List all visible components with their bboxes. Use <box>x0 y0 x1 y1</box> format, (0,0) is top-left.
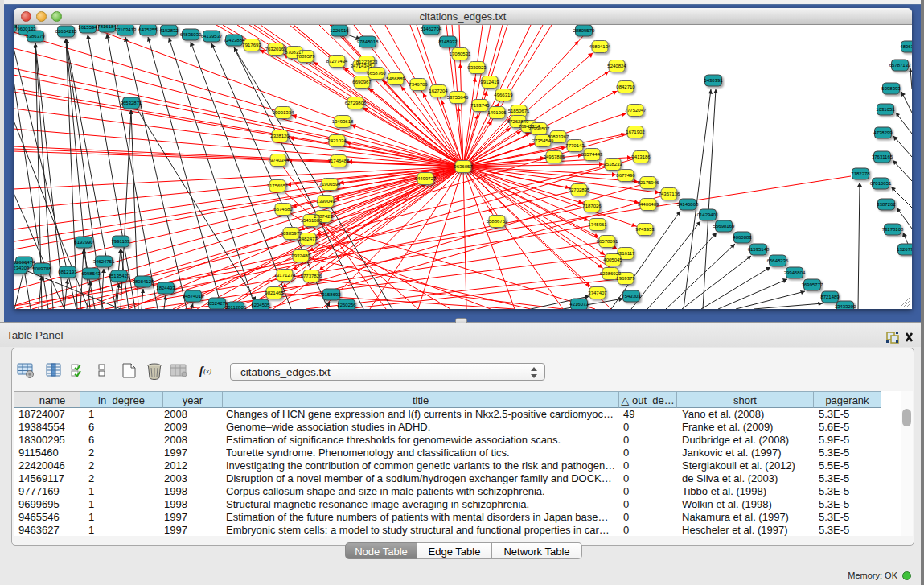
svg-text:15451680: 15451680 <box>301 218 322 223</box>
svg-text:1031051: 1031051 <box>876 107 895 112</box>
svg-text:74367136: 74367136 <box>659 192 680 196</box>
svg-text:9743953: 9743953 <box>635 227 655 232</box>
svg-text:5466889: 5466889 <box>386 76 405 81</box>
svg-text:7193745: 7193745 <box>470 103 490 108</box>
svg-text:54145868: 54145868 <box>677 202 699 207</box>
svg-text:8148932: 8148932 <box>438 39 458 44</box>
svg-text:55886753: 55886753 <box>487 219 508 224</box>
svg-text:7182278: 7182278 <box>851 171 870 176</box>
svg-text:0842710: 0842710 <box>616 84 635 89</box>
svg-text:13171274: 13171274 <box>274 273 296 278</box>
svg-text:7346706: 7346706 <box>409 82 428 87</box>
svg-text:(x): (x) <box>203 367 211 375</box>
svg-text:1326773: 1326773 <box>897 247 912 252</box>
svg-text:36995777: 36995777 <box>802 282 823 287</box>
svg-text:80112805: 80112805 <box>225 305 247 309</box>
svg-text:3747407: 3747407 <box>588 290 607 295</box>
svg-text:51850671: 51850671 <box>508 109 530 113</box>
svg-text:1399049: 1399049 <box>316 199 335 204</box>
svg-text:6998543: 6998543 <box>81 271 101 276</box>
svg-text:80831367: 80831367 <box>548 134 569 139</box>
svg-text:5430391: 5430391 <box>704 78 723 83</box>
svg-text:1615594: 1615594 <box>78 25 97 30</box>
svg-text:2421024: 2421024 <box>327 138 347 143</box>
svg-text:5240824: 5240824 <box>607 64 626 68</box>
svg-text:1226916: 1226916 <box>330 28 349 33</box>
svg-text:64139537: 64139537 <box>201 34 223 39</box>
svg-text:77752047: 77752047 <box>625 108 647 113</box>
svg-text:04499727: 04499727 <box>415 176 437 181</box>
svg-text:71906594: 71906594 <box>319 182 341 187</box>
svg-text:9636057: 9636057 <box>454 164 473 169</box>
svg-text:87234309: 87234309 <box>14 266 30 270</box>
svg-text:79740344: 79740344 <box>268 158 290 163</box>
svg-text:62729806: 62729806 <box>345 101 367 105</box>
svg-text:37631165: 37631165 <box>872 154 893 159</box>
svg-text:71756551: 71756551 <box>267 183 289 188</box>
svg-text:9413186: 9413186 <box>631 154 651 159</box>
svg-text:1627204: 1627204 <box>429 89 448 93</box>
svg-text:4738299: 4738299 <box>873 130 893 135</box>
svg-text:02606474: 02606474 <box>14 260 35 265</box>
svg-text:7889579: 7889579 <box>296 54 315 59</box>
svg-text:1491905: 1491905 <box>487 110 507 115</box>
svg-text:2260256: 2260256 <box>337 303 356 307</box>
svg-text:1969379: 1969379 <box>616 276 635 281</box>
svg-text:55698169: 55698169 <box>713 224 735 229</box>
svg-text:02654235: 02654235 <box>55 29 77 34</box>
svg-text:5098393: 5098393 <box>881 86 901 91</box>
svg-text:13433200: 13433200 <box>835 304 856 309</box>
svg-text:49894134: 49894134 <box>589 44 611 49</box>
svg-text:7770143: 7770143 <box>565 143 585 148</box>
svg-text:29946804: 29946804 <box>784 270 806 275</box>
svg-text:3482477: 3482477 <box>298 237 318 241</box>
svg-text:9821465: 9821465 <box>265 290 284 295</box>
svg-text:1671902: 1671902 <box>626 130 645 134</box>
svg-text:0330923: 0330923 <box>467 65 487 70</box>
svg-text:4060883: 4060883 <box>733 235 752 240</box>
svg-text:8386379: 8386379 <box>26 34 45 39</box>
svg-text:28809570: 28809570 <box>573 28 595 33</box>
svg-text:51462704: 51462704 <box>421 27 442 31</box>
svg-text:1745961: 1745961 <box>588 222 607 227</box>
svg-text:94406409: 94406409 <box>638 202 659 207</box>
svg-text:0932480: 0932480 <box>291 253 310 258</box>
svg-text:6658760: 6658760 <box>367 71 386 76</box>
svg-text:60385977: 60385977 <box>281 231 302 236</box>
svg-text:6193990: 6193990 <box>74 240 93 245</box>
svg-text:17080531: 17080531 <box>450 51 471 56</box>
svg-text:81223623: 81223623 <box>356 60 378 64</box>
svg-text:7543303: 7543303 <box>622 294 641 299</box>
svg-text:73178108: 73178108 <box>882 227 904 232</box>
svg-text:34874016: 34874016 <box>183 294 204 299</box>
svg-text:9912419: 9912419 <box>480 80 499 84</box>
svg-text:64835030: 64835030 <box>180 32 202 37</box>
svg-text:9600133: 9600133 <box>17 27 36 31</box>
svg-text:67737826: 67737826 <box>301 274 322 278</box>
svg-text:0812191: 0812191 <box>58 270 77 274</box>
svg-text:67010651: 67010651 <box>870 181 892 186</box>
svg-text:6690967: 6690967 <box>352 80 372 84</box>
svg-text:76320163: 76320163 <box>265 47 287 51</box>
svg-text:34957885: 34957885 <box>544 154 565 159</box>
svg-text:7917693: 7917693 <box>242 43 261 47</box>
svg-text:97848018: 97848018 <box>357 39 379 44</box>
svg-text:86578091: 86578091 <box>597 239 618 244</box>
svg-text:1824493: 1824493 <box>156 286 175 290</box>
svg-text:5674680: 5674680 <box>273 207 293 212</box>
svg-text:3518233: 3518233 <box>603 162 622 167</box>
svg-text:65648236: 65648236 <box>767 258 789 263</box>
svg-text:4005045: 4005045 <box>603 257 622 262</box>
svg-text:4966319: 4966319 <box>494 93 513 97</box>
svg-text:4216073: 4216073 <box>569 302 589 307</box>
svg-text:25135427: 25135427 <box>109 274 130 278</box>
svg-text:4316117: 4316117 <box>617 251 636 256</box>
svg-text:99091334: 99091334 <box>273 110 294 115</box>
svg-text:96532871: 96532871 <box>121 101 142 105</box>
svg-text:8677496: 8677496 <box>616 173 635 178</box>
svg-text:8721489: 8721489 <box>820 295 840 299</box>
svg-text:3387262: 3387262 <box>877 202 896 207</box>
svg-text:5009788: 5009788 <box>32 266 51 271</box>
svg-text:7991183: 7991183 <box>112 239 131 244</box>
svg-text:6475255: 6475255 <box>138 27 158 32</box>
